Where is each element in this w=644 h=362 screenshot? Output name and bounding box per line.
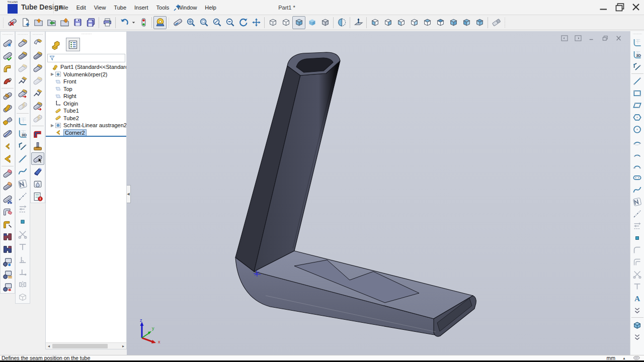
centerline-button[interactable] xyxy=(631,208,643,220)
expand-arrow-icon[interactable]: ▶ xyxy=(51,123,55,128)
view-top-button[interactable] xyxy=(421,16,434,29)
sketch-drop-button[interactable] xyxy=(31,177,44,190)
tree-item-top[interactable]: Top xyxy=(46,85,126,93)
seam-position-button[interactable] xyxy=(31,152,44,165)
draft-quality-button[interactable] xyxy=(490,16,503,29)
scrollbar-thumb[interactable] xyxy=(52,344,108,348)
tree-item-front[interactable]: Front xyxy=(46,78,126,85)
zoom-to-selection-tool-button[interactable] xyxy=(171,16,184,29)
zoom-to-fit-button[interactable] xyxy=(184,16,197,29)
fillet-sketch-button[interactable] xyxy=(631,244,643,256)
tube-addin-close-button[interactable] xyxy=(6,16,19,29)
tree-item-schnitt-linear-austragen[interactable]: ▶Schnitt-Linear austragen2 xyxy=(46,122,126,129)
close-button[interactable] xyxy=(630,2,642,12)
zoom-in-out-button[interactable] xyxy=(210,16,223,29)
tube-accept-button[interactable] xyxy=(1,49,14,62)
corner-trim-button[interactable] xyxy=(1,218,14,230)
graphics-viewport[interactable]: z x y ◀ xyxy=(127,31,630,355)
solid-preview-button[interactable] xyxy=(16,291,29,303)
tube-branch-button[interactable] xyxy=(1,102,14,115)
view-dimetric-button[interactable] xyxy=(473,16,486,29)
tree-item-volumenk-rper-2-[interactable]: ▶Volumenkörper(2) xyxy=(46,71,126,78)
pan-view-button[interactable] xyxy=(250,16,263,29)
undo-button[interactable] xyxy=(117,16,130,29)
new-tube-button[interactable] xyxy=(1,37,14,49)
beam-left-button[interactable] xyxy=(1,230,14,243)
model-3d-tube[interactable] xyxy=(127,31,630,355)
constraint-perpendicular-button[interactable] xyxy=(16,253,29,265)
menu-insert[interactable]: Insert xyxy=(130,3,152,13)
parallelogram-button[interactable] xyxy=(631,99,643,111)
convert-entities-button[interactable] xyxy=(16,203,29,215)
sketch-text-button[interactable] xyxy=(16,177,29,190)
weld-polyline-button[interactable] xyxy=(16,74,29,87)
hidden-lines-visible-button[interactable] xyxy=(279,16,292,29)
tube-split-button[interactable] xyxy=(1,127,14,140)
convert-entities-button[interactable] xyxy=(631,220,643,232)
machine-export-button[interactable] xyxy=(1,281,14,293)
save-button[interactable] xyxy=(71,16,84,29)
tree-item-part1-standard-standard-[interactable]: Part1 (Standard<<Standard>_Display St xyxy=(46,63,126,71)
bend-arc-button[interactable] xyxy=(31,37,44,49)
sketch-3d-button[interactable]: 3D xyxy=(631,48,643,60)
constraint-coincident-button[interactable] xyxy=(16,240,29,253)
insert-into-button[interactable] xyxy=(45,16,58,29)
trim-entities-button[interactable] xyxy=(16,228,29,240)
centerline-button[interactable] xyxy=(16,190,29,203)
seam-weld-2-button[interactable] xyxy=(31,62,44,74)
pin-icon[interactable] xyxy=(173,4,181,12)
arc-3point-button[interactable] xyxy=(631,135,643,147)
trim-entities-button[interactable] xyxy=(631,268,643,280)
seam-weld-1-button[interactable] xyxy=(31,49,44,62)
scroll-right-arrow[interactable]: ▸ xyxy=(120,343,126,349)
tab-part[interactable] xyxy=(49,38,63,51)
offset-entities-button[interactable] xyxy=(631,256,643,268)
section-view-button[interactable] xyxy=(335,16,348,29)
cut-tube-button[interactable] xyxy=(1,193,14,205)
point-button[interactable] xyxy=(631,232,643,244)
more-tools-bottom-button[interactable] xyxy=(631,331,643,343)
view-right-button[interactable] xyxy=(408,16,421,29)
view-trimetric-button[interactable] xyxy=(460,16,473,29)
normal-to-button[interactable] xyxy=(352,16,365,29)
toolbar-grip[interactable] xyxy=(504,17,506,28)
save-all-button[interactable] xyxy=(84,16,97,29)
corner-wedge-button[interactable] xyxy=(31,165,44,177)
machine-new-button[interactable] xyxy=(1,255,14,268)
weld-prep-1-button[interactable] xyxy=(16,37,29,49)
toolbar-grip[interactable] xyxy=(633,33,642,35)
tree-item-tube1[interactable]: Tube1 xyxy=(46,107,126,115)
corner-sketch-button[interactable] xyxy=(631,60,643,72)
tree-item-right[interactable]: Right xyxy=(46,93,126,100)
point-button[interactable] xyxy=(16,215,29,228)
constraint-axis-button[interactable] xyxy=(16,265,29,278)
spline-button[interactable] xyxy=(16,165,29,177)
tree-item-tube2[interactable]: Tube2 xyxy=(46,115,126,122)
tree-item-origin[interactable]: Origin xyxy=(46,100,126,108)
toolbar-grip[interactable] xyxy=(18,33,28,36)
arc-tangent-button[interactable] xyxy=(631,159,643,171)
delete-tube-button[interactable] xyxy=(1,167,14,180)
weld-direction-button[interactable] xyxy=(16,87,29,100)
menu-tools[interactable]: Tools xyxy=(152,3,174,13)
rotate-view-button[interactable] xyxy=(236,16,250,29)
corner-sketch-button[interactable] xyxy=(16,140,29,152)
display-states-button[interactable] xyxy=(137,16,150,29)
more-tools-top-button[interactable] xyxy=(631,304,643,316)
measure-button[interactable] xyxy=(153,16,167,29)
toolbar-grip[interactable] xyxy=(168,17,170,28)
corner-small-button[interactable] xyxy=(1,140,14,152)
undo-dropdown-button[interactable] xyxy=(130,16,137,29)
weld-prep-disabled-button[interactable] xyxy=(16,62,29,74)
extrude-button[interactable] xyxy=(631,319,643,331)
corner-relief-button[interactable] xyxy=(31,127,44,140)
line-button[interactable] xyxy=(16,152,29,165)
tree-rollback-bar[interactable] xyxy=(46,136,126,137)
rectangle-button[interactable] xyxy=(631,87,643,99)
view-back-button[interactable] xyxy=(381,16,394,29)
delete-segment-button[interactable] xyxy=(1,180,14,193)
seam-direction-button[interactable] xyxy=(31,100,44,112)
mirror-entities-button[interactable] xyxy=(16,278,29,291)
minimize-button[interactable] xyxy=(598,2,610,12)
report-list-button[interactable]: ! xyxy=(31,190,44,203)
